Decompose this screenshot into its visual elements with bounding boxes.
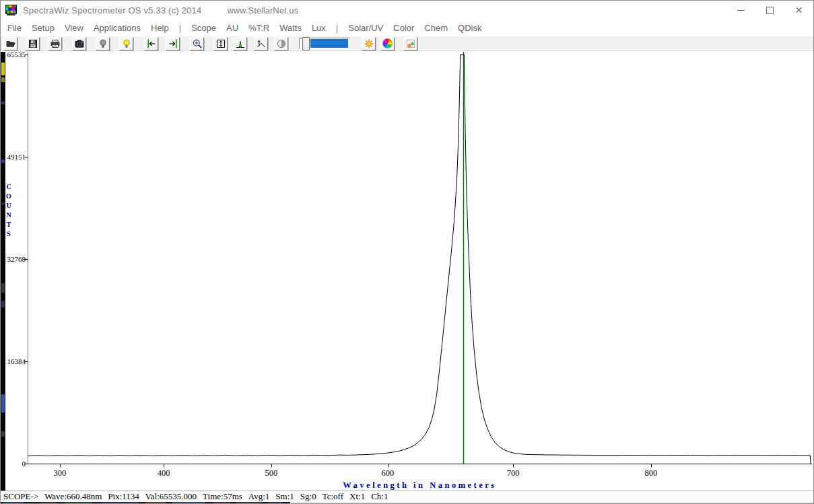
status-segment: Avg:1 — [248, 491, 270, 502]
minimize-button[interactable] — [726, 1, 755, 20]
chart-area: COUNTS Wavelength in Nanometers 65535491… — [1, 51, 814, 491]
status-segment: Xt:1 — [349, 491, 365, 502]
y-axis-title-letter: T — [5, 220, 13, 229]
x-tick-label: 800 — [638, 468, 665, 478]
x-tick-label: 600 — [374, 468, 401, 478]
bar-chart-spheres-icon — [405, 38, 416, 49]
artifact-mark — [1, 283, 5, 293]
artifact-mark — [1, 203, 5, 205]
baseline-reset-button[interactable] — [254, 37, 268, 50]
menu-item-setup[interactable]: Setup — [32, 23, 55, 33]
color-measure-button[interactable] — [380, 37, 395, 50]
x-axis-title: Wavelength in Nanometers — [28, 480, 812, 491]
window-controls: ✕ — [726, 1, 813, 20]
x-tick-label: 700 — [500, 468, 527, 478]
chem-sample-button[interactable] — [403, 37, 417, 50]
desktop-artifact-left-strip — [1, 52, 5, 501]
spectrum-overlay-button[interactable] — [233, 37, 247, 50]
magnifier-zoom-icon — [192, 38, 203, 49]
integration-time-slider[interactable] — [299, 38, 350, 49]
artifact-mark — [1, 301, 5, 308]
x-tick-label: 500 — [258, 468, 285, 478]
save-file-button[interactable] — [26, 37, 40, 50]
spectrum-trace — [28, 55, 811, 464]
menu-item-color[interactable]: Color — [393, 23, 414, 33]
title-bar: SpectraWiz Spectrometer OS v5.33 (c) 201… — [1, 1, 813, 20]
status-segment: Sg:0 — [300, 491, 316, 502]
camera-icon — [74, 38, 85, 49]
slider-fill — [310, 39, 348, 48]
dark-reference-button[interactable] — [274, 37, 288, 50]
spectrum-plot[interactable] — [24, 52, 812, 468]
cursor-left-icon — [146, 38, 157, 49]
window-title: SpectraWiz Spectrometer OS v5.33 (c) 201… — [23, 5, 201, 15]
y-axis-title-letter: O — [5, 192, 13, 201]
status-bar: SCOPE->Wave:660.48nmPix:1134Val:65535.00… — [1, 491, 813, 502]
status-segment: Ch:1 — [371, 491, 388, 502]
menu-item-scope[interactable]: Scope — [191, 23, 216, 33]
status-segment: Pix:1134 — [108, 491, 139, 502]
vertical-arrows-icon — [215, 38, 226, 49]
open-file-button[interactable] — [3, 37, 18, 50]
app-icon — [5, 5, 17, 16]
status-segment: Tc:off — [323, 491, 343, 502]
status-segment: Time:57ms — [203, 491, 242, 502]
lamp-off-button[interactable] — [96, 37, 110, 50]
menu-separator: | — [336, 23, 338, 33]
y-axis-title-letter: N — [5, 211, 13, 220]
status-segment: SCOPE-> — [3, 491, 38, 502]
menu-separator: | — [179, 23, 181, 33]
zoom-in-button[interactable] — [190, 37, 204, 50]
menu-item-file[interactable]: File — [7, 23, 22, 33]
green-peak-icon — [235, 38, 246, 49]
y-axis-title-letter: C — [5, 182, 13, 192]
half-moon-icon — [276, 38, 287, 49]
lamp-on-button[interactable] — [119, 37, 133, 50]
status-segment: Sm:1 — [275, 491, 294, 502]
bulb-off-icon — [98, 38, 108, 49]
menu-item-lux[interactable]: Lux — [312, 23, 326, 33]
menu-item--t-r[interactable]: %T:R — [248, 23, 269, 33]
artifact-mark — [1, 159, 5, 163]
close-button[interactable]: ✕ — [784, 1, 813, 20]
app-window: SpectraWiz Spectrometer OS v5.33 (c) 201… — [0, 0, 814, 504]
menu-item-help[interactable]: Help — [151, 23, 169, 33]
artifact-mark — [1, 102, 5, 104]
status-segment: Val:65535.000 — [145, 491, 197, 502]
y-axis-title-letter: S — [5, 229, 13, 239]
minimize-icon — [737, 10, 745, 11]
floppy-save-icon — [28, 38, 38, 49]
toolbar — [1, 36, 813, 51]
menu-item-solar-uv[interactable]: Solar/UV — [348, 23, 383, 33]
menu-bar: FileSetupViewApplicationsHelp|ScopeAU%T:… — [1, 20, 813, 36]
maximize-icon — [766, 7, 774, 14]
print-button[interactable] — [48, 37, 62, 50]
printer-icon — [50, 38, 61, 49]
maximize-button[interactable] — [755, 1, 784, 20]
menu-item-au[interactable]: AU — [226, 23, 238, 33]
peak-up-arrow-icon — [256, 38, 267, 49]
slider-thumb[interactable] — [302, 37, 310, 50]
close-icon: ✕ — [795, 5, 803, 15]
artifact-mark — [1, 77, 5, 82]
snapshot-camera-button[interactable] — [72, 37, 86, 50]
cursor-right-button[interactable] — [166, 37, 180, 50]
folder-open-icon — [5, 38, 16, 49]
menu-item-chem[interactable]: Chem — [424, 23, 448, 33]
x-tick-label: 300 — [46, 468, 73, 478]
menu-item-qdisk[interactable]: QDisk — [458, 23, 481, 33]
solar-mode-button[interactable] — [362, 37, 376, 50]
autoscale-y-button[interactable] — [213, 37, 228, 50]
cursor-left-button[interactable] — [144, 37, 158, 50]
color-wheel-icon — [382, 38, 393, 48]
x-tick-label: 400 — [150, 468, 177, 478]
status-segment: Wave:660.48nm — [44, 491, 102, 502]
menu-item-view[interactable]: View — [65, 23, 83, 33]
y-axis-title-letter: U — [5, 201, 13, 211]
menu-item-watts[interactable]: Watts — [279, 23, 302, 33]
y-axis-title: COUNTS — [5, 182, 13, 239]
artifact-mark — [1, 394, 5, 412]
menu-item-applications[interactable]: Applications — [94, 23, 141, 33]
artifact-mark — [1, 431, 5, 437]
sun-icon — [364, 38, 374, 49]
